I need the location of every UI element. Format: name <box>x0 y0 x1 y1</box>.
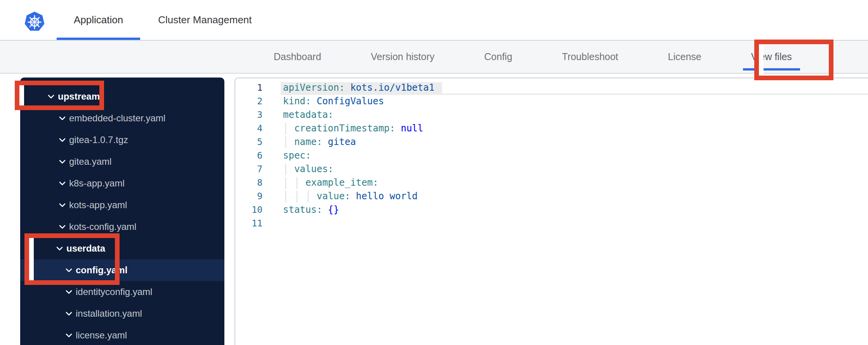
line-number: 11 <box>235 217 262 230</box>
kots-admin-console: ApplicationCluster Management DashboardV… <box>0 0 868 345</box>
tree-item-gitea-1.0.7.tgz[interactable]: gitea-1.0.7.tgz <box>20 129 224 151</box>
code-line: creationTimestamp: null <box>283 122 868 135</box>
file-viewer-editor[interactable]: 1234567891011 apiVersion: kots.io/v1beta… <box>234 78 868 345</box>
code-line: example_item: <box>283 176 868 190</box>
tab-cluster-management[interactable]: Cluster Management <box>158 0 252 40</box>
tree-item-installation.yaml[interactable]: installation.yaml <box>20 303 224 324</box>
kubernetes-logo-icon <box>24 11 45 32</box>
tab-troubleshoot[interactable]: Troubleshoot <box>562 41 618 73</box>
tree-item-label: k8s-app.yaml <box>69 178 125 189</box>
subnav-tabs: DashboardVersion historyConfigTroublesho… <box>274 41 792 73</box>
tree-item-upstream[interactable]: upstream <box>20 86 224 107</box>
line-number: 9 <box>235 190 262 203</box>
tree-item-license.yaml[interactable]: license.yaml <box>20 324 224 345</box>
tree-item-label: kots-config.yaml <box>69 221 136 232</box>
tree-item-label: embedded-cluster.yaml <box>69 113 165 124</box>
tree-item-userdata[interactable]: userdata <box>20 238 224 259</box>
header-bar: ApplicationCluster Management <box>0 0 868 40</box>
chevron-down-icon[interactable] <box>59 138 66 142</box>
chevron-down-icon[interactable] <box>59 225 66 229</box>
code-line: spec: <box>283 149 868 162</box>
line-number: 6 <box>235 149 262 162</box>
code-line: value: hello world <box>283 190 868 203</box>
tree-item-label: installation.yaml <box>76 308 142 319</box>
tab-config[interactable]: Config <box>484 41 512 73</box>
tree-item-kots-app.yaml[interactable]: kots-app.yaml <box>20 194 224 216</box>
tab-version-history[interactable]: Version history <box>371 41 434 73</box>
chevron-down-icon[interactable] <box>66 290 72 294</box>
line-number: 7 <box>235 162 262 176</box>
chevron-down-icon[interactable] <box>59 116 66 121</box>
code-line <box>283 217 868 230</box>
line-number: 4 <box>235 122 262 135</box>
tree-item-identityconfig.yaml[interactable]: identityconfig.yaml <box>20 281 224 303</box>
tree-item-gitea.yaml[interactable]: gitea.yaml <box>20 151 224 172</box>
tree-item-label: gitea-1.0.7.tgz <box>69 135 128 145</box>
chevron-down-icon[interactable] <box>56 247 63 251</box>
code-line: values: <box>283 162 868 176</box>
tree-item-label: config.yaml <box>76 265 127 276</box>
chevron-down-icon[interactable] <box>66 333 72 338</box>
line-number: 2 <box>235 95 262 108</box>
tree-item-label: identityconfig.yaml <box>76 286 152 297</box>
chevron-down-icon[interactable] <box>66 268 72 273</box>
chevron-down-icon[interactable] <box>66 312 72 316</box>
chevron-down-icon[interactable] <box>59 160 66 164</box>
tree-item-label: gitea.yaml <box>69 156 111 167</box>
subnav-bar: DashboardVersion historyConfigTroublesho… <box>0 40 868 74</box>
code-line: status: {} <box>283 203 868 217</box>
tree-item-config.yaml[interactable]: config.yaml <box>20 259 224 281</box>
tree-item-kots-config.yaml[interactable]: kots-config.yaml <box>20 216 224 238</box>
code-line: name: gitea <box>283 135 868 149</box>
tree-item-label: userdata <box>66 243 105 254</box>
line-number: 5 <box>235 135 262 149</box>
tree-item-label: license.yaml <box>76 330 127 341</box>
tab-license[interactable]: License <box>668 41 701 73</box>
chevron-down-icon[interactable] <box>59 181 66 186</box>
line-number: 10 <box>235 203 262 217</box>
header-tabs: ApplicationCluster Management <box>74 0 252 40</box>
tab-view-files[interactable]: View files <box>751 41 792 73</box>
tree-item-label: upstream <box>58 91 100 102</box>
tree-item-embedded-cluster.yaml[interactable]: embedded-cluster.yaml <box>20 107 224 129</box>
file-tree-panel: upstream embedded-cluster.yaml gitea-1.0… <box>20 78 224 345</box>
editor-gutter: 1234567891011 <box>235 81 262 230</box>
tab-dashboard[interactable]: Dashboard <box>274 41 321 73</box>
code-line: metadata: <box>283 108 868 122</box>
line-number: 1 <box>235 81 262 95</box>
code-line: kind: ConfigValues <box>283 95 868 108</box>
code-line: apiVersion: kots.io/v1beta1 <box>283 81 868 95</box>
line-number: 8 <box>235 176 262 190</box>
tree-item-label: kots-app.yaml <box>69 200 127 210</box>
tab-application[interactable]: Application <box>74 0 123 40</box>
line-number: 3 <box>235 108 262 122</box>
tree-item-k8s-app.yaml[interactable]: k8s-app.yaml <box>20 172 224 194</box>
chevron-down-icon[interactable] <box>48 95 54 99</box>
editor-code-area: apiVersion: kots.io/v1beta1kind: ConfigV… <box>283 81 868 230</box>
chevron-down-icon[interactable] <box>59 203 66 207</box>
